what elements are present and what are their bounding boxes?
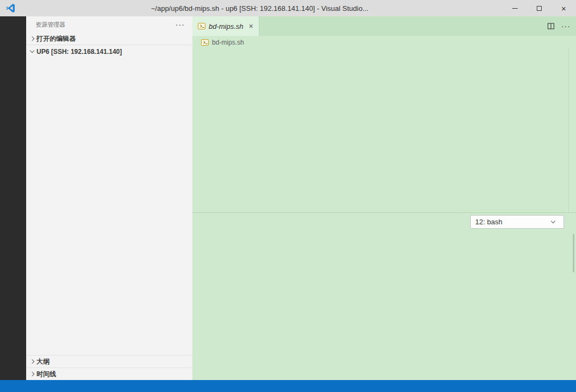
breadcrumb[interactable]: bd-mips.sh <box>192 36 576 49</box>
explorer-sidebar: 资源管理器 ··· 打开的编辑器 UP6 [SSH: 192.168.141.1… <box>26 16 192 380</box>
chevron-down-icon <box>30 48 34 53</box>
tab-close-icon[interactable]: × <box>249 22 253 30</box>
editor-group: bd-mips.sh × ··· bd-mips.sh 12: bash <box>192 16 576 380</box>
panel-header: 12: bash <box>192 213 576 231</box>
workspace-label: UP6 [SSH: 192.168.141.140] <box>37 48 122 56</box>
sidebar-title: 资源管理器 <box>35 21 65 29</box>
workspace-section[interactable]: UP6 [SSH: 192.168.141.140] <box>26 45 192 58</box>
activity-bar <box>0 16 26 380</box>
title-bar: ~/app/up6/bd-mips.sh - up6 [SSH: 192.168… <box>0 0 576 16</box>
outline-label: 大纲 <box>37 357 50 366</box>
sidebar-header: 资源管理器 ··· <box>26 16 192 33</box>
chevron-down-icon <box>551 219 555 223</box>
timeline-section[interactable]: 时间线 <box>26 367 192 380</box>
status-bar <box>0 380 576 392</box>
tab-label: bd-mips.sh <box>209 22 244 30</box>
editor-actions: ··· <box>545 16 576 36</box>
file-tree <box>26 58 192 355</box>
more-editor-actions-icon[interactable]: ··· <box>561 22 571 30</box>
chevron-right-icon <box>30 372 34 376</box>
outline-section[interactable]: 大纲 <box>26 355 192 367</box>
open-editors-section[interactable]: 打开的编辑器 <box>26 33 192 45</box>
timeline-label: 时间线 <box>37 370 56 379</box>
more-actions-icon[interactable]: ··· <box>175 20 185 29</box>
bottom-panel: 12: bash <box>192 212 576 380</box>
terminal-output[interactable] <box>192 231 576 380</box>
terminal-picker-value: 12: bash <box>475 218 502 226</box>
maximize-button[interactable] <box>527 0 551 16</box>
shell-file-icon <box>198 23 205 29</box>
terminal-picker[interactable]: 12: bash <box>470 215 564 229</box>
tab-bd-mips-sh[interactable]: bd-mips.sh × <box>192 16 259 36</box>
minimize-button[interactable] <box>502 0 527 16</box>
shell-file-icon <box>201 39 209 46</box>
close-button[interactable]: × <box>551 0 576 16</box>
window-controls: × <box>502 0 576 16</box>
chevron-right-icon <box>30 36 34 41</box>
split-editor-icon[interactable] <box>545 20 557 32</box>
code-editor[interactable] <box>192 49 576 212</box>
tab-bar: bd-mips.sh × ··· <box>192 16 576 36</box>
breadcrumb-item: bd-mips.sh <box>212 39 244 46</box>
chevron-right-icon <box>30 359 34 364</box>
open-editors-label: 打开的编辑器 <box>37 34 76 44</box>
vscode-window: { "window": { "title": "~/app/up6/bd-mip… <box>0 0 576 392</box>
vscode-logo-icon <box>5 3 16 14</box>
window-title: ~/app/up6/bd-mips.sh - up6 [SSH: 192.168… <box>21 4 498 13</box>
